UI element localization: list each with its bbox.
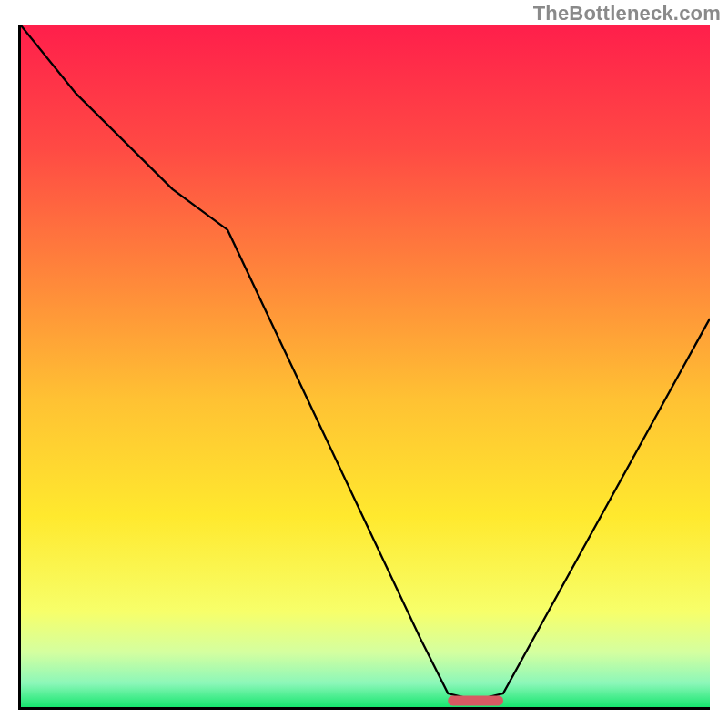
gradient-background	[21, 25, 710, 707]
x-axis	[18, 707, 710, 710]
optimum-marker	[448, 696, 503, 706]
watermark-text: TheBottleneck.com	[533, 2, 721, 25]
chart-plot	[21, 25, 710, 707]
